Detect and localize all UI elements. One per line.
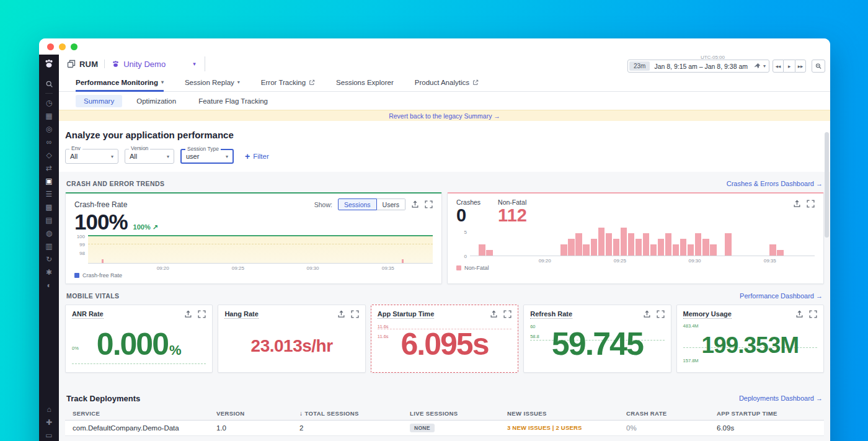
add-filter-button[interactable]: + Filter xyxy=(245,152,269,161)
scrollbar-thumb[interactable] xyxy=(825,132,829,238)
error-tracking-icon[interactable]: ✱ xyxy=(42,265,56,278)
toggle-users-button[interactable]: Users xyxy=(377,198,405,210)
legend-swatch xyxy=(74,273,79,278)
vitals-row: ANR Rate 0%0.000%Hang Rate 23.013s/hrApp… xyxy=(65,305,824,373)
export-icon[interactable] xyxy=(411,200,419,208)
non-fatal-legend[interactable]: Non-Fatal xyxy=(456,265,815,271)
dashboards-icon[interactable]: ▩ xyxy=(42,200,56,213)
expand-icon[interactable] xyxy=(807,200,815,208)
expand-icon[interactable] xyxy=(809,310,817,318)
vital-value: 0.000% xyxy=(71,329,207,360)
vital-card-icons xyxy=(184,310,206,318)
bar xyxy=(621,228,627,256)
application-selector[interactable]: Unity Demo ▾ xyxy=(123,60,195,69)
zoom-out-button[interactable] xyxy=(812,60,825,73)
crashes-non-fatal-card: Crashes 0 Non-Fatal 112 xyxy=(447,192,824,284)
metrics-icon[interactable]: ◎ xyxy=(42,122,56,135)
non-fatal-chart[interactable]: 5 0 xyxy=(456,228,815,256)
digital-experience-icon[interactable]: ▣ xyxy=(42,174,56,187)
logs-icon[interactable]: ☰ xyxy=(42,187,56,200)
pin-icon[interactable] xyxy=(754,63,761,69)
watchdog-icon[interactable]: ∞ xyxy=(42,135,56,148)
tab-product-analytics[interactable]: Product Analytics xyxy=(415,73,479,91)
env-filter-select[interactable]: Env All ▾ xyxy=(65,149,118,164)
non-fatal-y-axis: 5 0 xyxy=(456,228,470,256)
column-new-issues[interactable]: NEW ISSUES xyxy=(507,410,626,417)
subtab-summary[interactable]: Summary xyxy=(76,95,122,107)
cell-live-sessions: NONE xyxy=(410,424,507,432)
bar xyxy=(628,233,635,256)
expand-icon[interactable] xyxy=(503,310,512,318)
skip-forward-button[interactable]: ▶▶ xyxy=(795,60,806,73)
column-crash-rate[interactable]: CRASH RATE xyxy=(626,410,717,417)
security-icon[interactable]: ▥ xyxy=(42,239,56,252)
crashes-errors-dashboard-link[interactable]: Crashes & Errors Dashboard → xyxy=(727,180,823,187)
column-live-sessions[interactable]: LIVE SESSIONS xyxy=(410,410,507,417)
vital-value: 59.745 xyxy=(529,327,665,360)
tab-performance-monitoring[interactable]: Performance Monitoring ▾ xyxy=(76,73,164,91)
expand-icon[interactable] xyxy=(657,310,665,318)
ci-pipelines-icon[interactable]: ↻ xyxy=(42,252,56,265)
column-total-sessions[interactable]: ↓TOTAL SESSIONS xyxy=(299,410,410,417)
export-icon[interactable] xyxy=(795,310,804,318)
integrations-icon[interactable]: ◇ xyxy=(42,148,56,161)
service-management-icon[interactable]: ◐ xyxy=(42,278,56,292)
crash-free-legend[interactable]: Crash-free Rate xyxy=(74,272,433,278)
revert-legacy-link[interactable]: Revert back to the legacy Summary → xyxy=(389,112,500,120)
bar xyxy=(702,239,709,256)
subtab-feature-flag-tracking[interactable]: Feature Flag Tracking xyxy=(190,95,276,107)
monitors-icon[interactable]: ▤ xyxy=(42,213,56,226)
minimize-window-button[interactable] xyxy=(59,43,66,50)
infrastructure-icon[interactable]: ▦ xyxy=(42,109,56,122)
duration-chip[interactable]: 23m xyxy=(629,61,650,71)
deployments-dashboard-link[interactable]: Deployments Dashboard → xyxy=(739,394,823,402)
scrollbar[interactable] xyxy=(825,132,829,441)
crash-free-rate-delta: 100% ↗ xyxy=(133,223,158,231)
synthetics-icon[interactable]: ◍ xyxy=(42,226,56,239)
chevron-down-icon[interactable]: ▾ xyxy=(763,63,766,69)
bar xyxy=(583,244,590,256)
add-icon[interactable]: ✚ xyxy=(42,416,56,429)
subtab-optimization[interactable]: Optimization xyxy=(128,95,184,107)
skip-back-button[interactable]: ◀◀ xyxy=(773,60,784,73)
export-icon[interactable] xyxy=(337,310,345,318)
help-chat-icon[interactable]: ▭ xyxy=(42,429,56,441)
close-window-button[interactable] xyxy=(47,43,54,50)
bar xyxy=(777,250,784,256)
search-icon[interactable] xyxy=(42,78,56,91)
external-link-icon xyxy=(472,79,479,86)
toggle-sessions-button[interactable]: Sessions xyxy=(338,198,377,210)
export-icon[interactable] xyxy=(643,310,651,318)
table-header: SERVICE VERSION ↓TOTAL SESSIONS LIVE SES… xyxy=(65,408,824,421)
version-filter-select[interactable]: Version All ▾ xyxy=(125,149,174,164)
global-sidebar: ◷▦◎∞◇⇄▣☰▩▤◍▥↻✱◐ ⌂✚▭◈⚙ xyxy=(39,55,59,441)
export-icon[interactable] xyxy=(793,200,801,208)
tab-sessions-explorer[interactable]: Sessions Explorer xyxy=(336,73,394,91)
maximize-window-button[interactable] xyxy=(71,43,78,50)
session-type-filter-select[interactable]: Session Type user ▾ xyxy=(180,149,234,164)
performance-dashboard-link[interactable]: Performance Dashboard → xyxy=(740,292,823,300)
tab-session-replay[interactable]: Session Replay ▾ xyxy=(185,73,240,91)
expand-icon[interactable] xyxy=(425,200,433,208)
crash-free-x-axis: 09:2009:2509:3009:35 xyxy=(88,264,433,272)
export-icon[interactable] xyxy=(184,310,192,318)
time-range-picker[interactable]: 23m Jan 8, 9:15 am – Jan 8, 9:38 am ▾ xyxy=(627,60,769,73)
filter-bar: Env All ▾ Version All ▾ Session Type use… xyxy=(65,149,824,164)
legend-label: Non-Fatal xyxy=(464,265,489,271)
crash-free-chart[interactable]: 100 99 98 xyxy=(74,235,433,264)
column-app-startup-time[interactable]: APP STARTUP TIME xyxy=(717,410,817,417)
history-icon[interactable]: ◷ xyxy=(42,96,56,109)
table-row[interactable]: com.DefaultCompany.Demo-Data 1.0 2 NONE … xyxy=(65,421,824,436)
apm-icon[interactable]: ⇄ xyxy=(42,161,56,174)
column-version[interactable]: VERSION xyxy=(216,410,299,417)
datadog-logo-icon[interactable] xyxy=(43,58,55,70)
play-button[interactable]: ▶ xyxy=(784,60,795,73)
expand-icon[interactable] xyxy=(351,310,359,318)
column-service[interactable]: SERVICE xyxy=(73,410,216,417)
export-icon[interactable] xyxy=(490,310,498,318)
tab-error-tracking[interactable]: Error Tracking xyxy=(261,73,315,91)
vital-value: 199.353M xyxy=(682,334,818,357)
expand-icon[interactable] xyxy=(198,310,206,318)
home-icon[interactable]: ⌂ xyxy=(42,403,56,416)
nav-tabs: Performance Monitoring ▾ Session Replay … xyxy=(59,73,830,92)
